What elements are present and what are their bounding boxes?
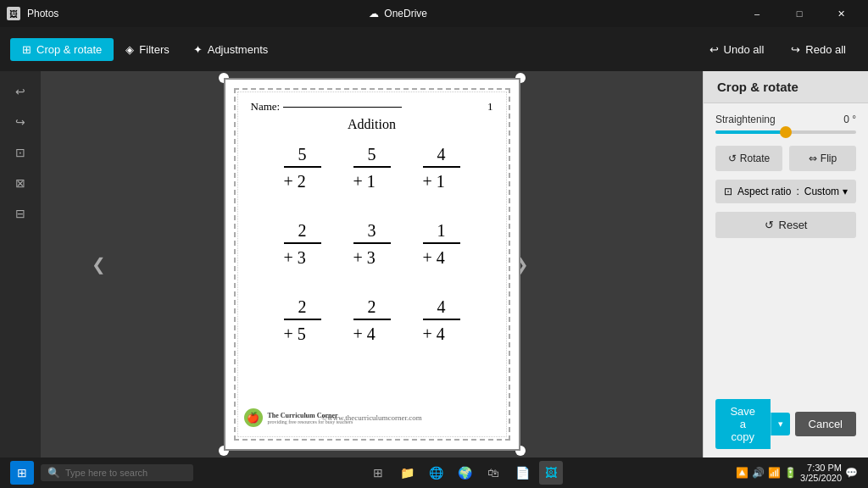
- side-panel-actions: Save a copy ▾ Cancel: [704, 391, 868, 458]
- math-problem-4: 3 + 3: [337, 219, 407, 269]
- toolbar: ⊞ Crop & rotate ◈ Filters ✦ Adjustments …: [0, 27, 868, 71]
- ws-header: Name: 1: [251, 100, 493, 114]
- tray-icon-4: 🔋: [784, 467, 797, 479]
- aspect-ratio-dropdown[interactable]: ⊡ Aspect ratio : Custom ▾: [715, 180, 856, 203]
- flip-button[interactable]: ⇔ Flip: [789, 146, 856, 171]
- math-top-0: 5: [298, 142, 307, 166]
- math-problems-grid: 5 + 2 5 + 1 4 + 1 2 + 3 3 + 3 1 + 4 2 + …: [251, 142, 493, 346]
- taskbar-icon-edge[interactable]: 🌐: [424, 461, 448, 485]
- adjustments-label: Adjustments: [208, 43, 269, 56]
- cloud-icon: ☁: [369, 8, 379, 19]
- taskbar-icon-store[interactable]: 🛍: [481, 461, 505, 485]
- math-problem-0: 5 + 2: [268, 142, 337, 193]
- worksheet-inner: Name: 1 Addition 5 + 2 5 + 1 4 + 1 2 + 3…: [234, 88, 510, 441]
- redo-icon: ↪: [791, 43, 800, 56]
- math-problem-3: 2 + 3: [268, 219, 337, 269]
- tray-icon-1: 🔼: [736, 467, 748, 479]
- adjustments-button[interactable]: ✦ Adjustments: [181, 38, 281, 61]
- filters-icon: ◈: [125, 43, 134, 56]
- minimize-button[interactable]: –: [737, 0, 776, 27]
- math-top-2: 4: [437, 142, 446, 166]
- straightening-label: Straightening 0 °: [715, 114, 856, 125]
- cancel-button[interactable]: Cancel: [795, 412, 856, 436]
- window-controls: – □ ✕: [737, 0, 861, 27]
- math-bottom-2: + 1: [423, 166, 460, 193]
- search-icon: 🔍: [47, 467, 60, 479]
- strip-icon-4[interactable]: ⊠: [7, 169, 34, 197]
- math-bottom-8: + 4: [423, 319, 460, 346]
- filters-button[interactable]: ◈ Filters: [114, 38, 181, 61]
- math-bottom-1: + 1: [353, 166, 391, 193]
- crop-rotate-label: Crop & rotate: [36, 43, 102, 56]
- ws-name: Name:: [251, 100, 403, 114]
- taskbar-left: ⊞ 🔍: [10, 461, 193, 485]
- math-top-3: 2: [298, 219, 307, 242]
- search-box[interactable]: 🔍: [41, 464, 193, 481]
- strip-icon-2[interactable]: ↪: [7, 108, 34, 136]
- math-bottom-4: + 3: [353, 242, 391, 269]
- tray-time: 7:30 PM 3/25/2020: [800, 463, 842, 483]
- spacer: [704, 248, 868, 391]
- math-problem-5: 1 + 4: [407, 219, 476, 269]
- math-bottom-6: + 5: [284, 319, 321, 346]
- app-icon: 🖼: [7, 7, 20, 20]
- math-problem-8: 4 + 4: [407, 295, 476, 346]
- straightening-slider[interactable]: [715, 130, 856, 134]
- strip-icon-3[interactable]: ⊡: [7, 139, 34, 166]
- taskbar-icons: ⊞ 📁 🌐 🌍 🛍 📄 🖼: [366, 461, 563, 485]
- title-bar: 🖼 Photos ☁ OneDrive – □ ✕: [0, 0, 868, 27]
- strip-icon-1[interactable]: ↩: [7, 78, 34, 105]
- name-line: [283, 107, 402, 108]
- filters-label: Filters: [139, 43, 169, 56]
- left-strip: ↩ ↪ ⊡ ⊠ ⊟: [0, 71, 41, 458]
- logo-text: The Curriculum Corner providing free res…: [268, 412, 353, 424]
- math-bottom-5: + 4: [423, 242, 460, 269]
- worksheet: Name: 1 Addition 5 + 2 5 + 1 4 + 1 2 + 3…: [224, 78, 520, 451]
- taskbar-icon-photos[interactable]: 🖼: [539, 461, 563, 485]
- side-panel-title: Crop & rotate: [704, 71, 868, 103]
- onedrive-area: ☁ OneDrive: [369, 8, 427, 19]
- toolbar-right: ↩ Undo all ↪ Redo all: [698, 38, 858, 61]
- close-button[interactable]: ✕: [822, 0, 861, 27]
- notification-icon: 💬: [845, 467, 858, 479]
- title-bar-left: 🖼 Photos: [7, 7, 58, 20]
- name-label: Name:: [251, 100, 281, 114]
- taskbar-icon-pdf[interactable]: 📄: [510, 461, 534, 485]
- undo-all-button[interactable]: ↩ Undo all: [698, 38, 776, 61]
- tray-area: 🔼 🔊 📶 🔋 7:30 PM 3/25/2020 💬: [736, 463, 858, 483]
- taskbar-icon-file[interactable]: 📁: [395, 461, 419, 485]
- math-bottom-7: + 4: [353, 319, 391, 346]
- math-problem-1: 5 + 1: [337, 142, 407, 193]
- rotate-button[interactable]: ↺ Rotate: [715, 146, 782, 171]
- worksheet-title: Addition: [251, 117, 493, 132]
- app-title: Photos: [27, 8, 58, 19]
- math-bottom-3: + 3: [284, 242, 321, 269]
- taskbar-icon-windows[interactable]: ⊞: [366, 461, 390, 485]
- prev-arrow[interactable]: ❮: [92, 254, 106, 274]
- tray-icon-3: 📶: [768, 467, 781, 479]
- rotate-icon: ↺: [728, 152, 737, 164]
- flip-icon: ⇔: [809, 152, 817, 164]
- aspect-icon: ⊡: [724, 186, 732, 197]
- redo-all-button[interactable]: ↪ Redo all: [779, 38, 858, 61]
- save-copy-button[interactable]: Save a copy: [715, 399, 771, 449]
- math-problem-2: 4 + 1: [407, 142, 476, 193]
- math-top-8: 4: [437, 295, 446, 319]
- crop-rotate-button[interactable]: ⊞ Crop & rotate: [10, 38, 114, 61]
- math-top-6: 2: [298, 295, 307, 319]
- reset-button[interactable]: ↺ Reset: [715, 212, 856, 238]
- save-copy-dropdown-button[interactable]: ▾: [771, 413, 790, 435]
- maximize-button[interactable]: □: [780, 0, 819, 27]
- logo-line2: providing free resources for busy teache…: [268, 419, 353, 424]
- strip-icon-5[interactable]: ⊟: [7, 200, 34, 227]
- logo-icon: 🍎: [244, 408, 263, 427]
- slider-thumb: [780, 126, 792, 138]
- start-button[interactable]: ⊞: [10, 461, 34, 485]
- math-problem-7: 2 + 4: [337, 295, 407, 346]
- search-input[interactable]: [65, 468, 184, 478]
- side-panel: Crop & rotate Straightening 0 ° ↺ Rotate…: [703, 71, 868, 458]
- math-bottom-0: + 2: [284, 166, 321, 193]
- logo-line1: The Curriculum Corner: [268, 412, 353, 419]
- taskbar-icon-earth[interactable]: 🌍: [453, 461, 476, 485]
- math-top-4: 3: [368, 219, 376, 242]
